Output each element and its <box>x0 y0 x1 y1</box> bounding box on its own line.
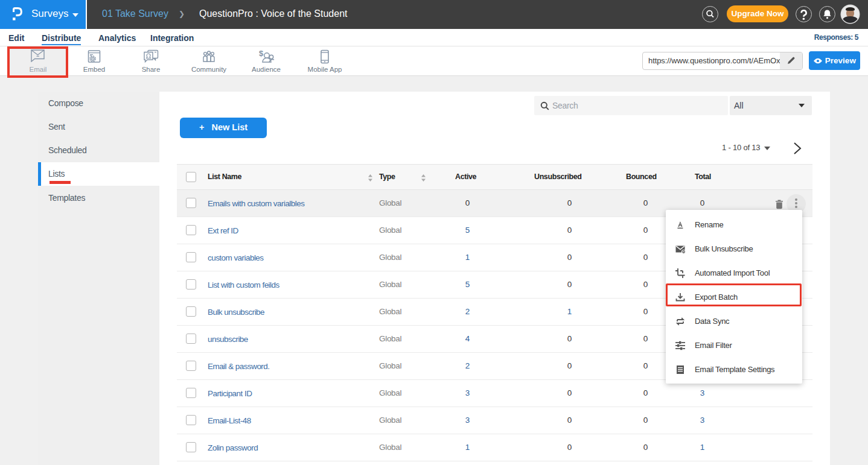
svg-text:$: $ <box>259 49 264 58</box>
